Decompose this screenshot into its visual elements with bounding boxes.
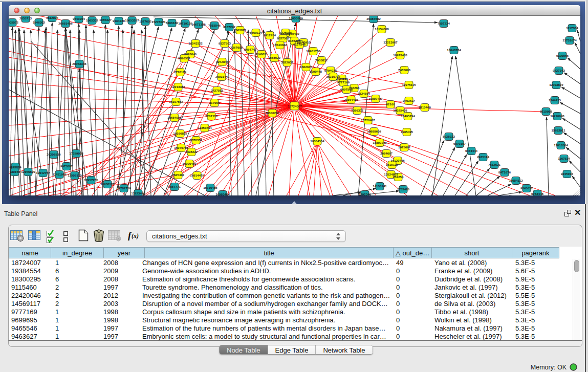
- svg-text:9115460: 9115460: [419, 105, 431, 109]
- svg-text:2935114: 2935114: [477, 155, 489, 159]
- svg-text:10719155: 10719155: [178, 21, 192, 25]
- svg-text:7955812: 7955812: [315, 58, 328, 62]
- svg-text:1065327: 1065327: [99, 18, 112, 21]
- svg-text:3498222: 3498222: [185, 150, 198, 154]
- svg-text:2055713: 2055713: [19, 16, 32, 20]
- svg-text:9227343: 9227343: [553, 69, 565, 72]
- svg-text:9975887: 9975887: [60, 164, 73, 168]
- svg-text:8990448: 8990448: [310, 70, 322, 73]
- svg-text:317006: 317006: [209, 101, 220, 104]
- svg-text:11451944: 11451944: [52, 172, 67, 176]
- svg-text:2367608: 2367608: [230, 46, 243, 49]
- svg-text:1405572: 1405572: [9, 20, 19, 24]
- svg-text:18724007: 18724007: [288, 104, 302, 108]
- svg-text:20387682: 20387682: [366, 17, 381, 20]
- svg-text:9474444: 9474444: [465, 149, 478, 152]
- svg-text:3084007: 3084007: [380, 151, 393, 155]
- svg-text:12353594: 12353594: [198, 126, 212, 129]
- svg-text:9643904: 9643904: [73, 17, 85, 20]
- svg-text:1362615: 1362615: [300, 65, 313, 69]
- svg-text:8454749: 8454749: [244, 48, 257, 51]
- svg-text:16120746: 16120746: [390, 159, 405, 162]
- svg-text:1975692: 1975692: [398, 145, 411, 149]
- svg-text:12093872: 12093872: [549, 83, 563, 86]
- svg-text:16495794: 16495794: [401, 114, 415, 118]
- svg-text:17018504: 17018504: [554, 143, 568, 147]
- svg-text:6879197: 6879197: [453, 142, 466, 145]
- svg-text:14136141: 14136141: [373, 184, 387, 188]
- svg-text:9857771: 9857771: [168, 185, 181, 188]
- svg-text:10807487: 10807487: [368, 97, 383, 100]
- svg-text:16961758: 16961758: [306, 49, 320, 53]
- svg-text:7625402: 7625402: [172, 173, 185, 177]
- svg-text:15278021: 15278021: [151, 20, 166, 24]
- svg-text:16210643: 16210643: [550, 114, 564, 118]
- svg-text:62160: 62160: [386, 102, 395, 106]
- svg-text:16543322: 16543322: [188, 41, 203, 45]
- svg-text:8938923: 8938923: [443, 135, 455, 138]
- svg-text:9794028: 9794028: [324, 69, 337, 72]
- svg-text:15716485: 15716485: [203, 186, 217, 189]
- svg-text:8186323: 8186323: [288, 39, 301, 42]
- svg-text:17957255: 17957255: [84, 178, 98, 182]
- svg-text:1167534: 1167534: [558, 157, 570, 160]
- svg-text:18300295: 18300295: [265, 111, 279, 115]
- svg-text:7485003: 7485003: [398, 68, 411, 72]
- svg-text:7386372: 7386372: [351, 108, 364, 112]
- svg-text:1535061: 1535061: [9, 165, 22, 168]
- svg-text:17359928: 17359928: [69, 151, 83, 155]
- svg-text:9134220: 9134220: [113, 19, 125, 23]
- svg-text:1065332: 1065332: [86, 18, 99, 22]
- svg-text:939159: 939159: [10, 170, 20, 173]
- svg-text:16543362: 16543362: [273, 43, 287, 47]
- svg-text:9329966: 9329966: [556, 54, 569, 57]
- svg-text:16053809: 16053809: [289, 16, 303, 20]
- svg-text:15751074: 15751074: [562, 38, 577, 42]
- svg-text:8878352: 8878352: [190, 138, 203, 142]
- svg-text:12975115: 12975115: [402, 83, 416, 86]
- svg-text:9733448: 9733448: [531, 192, 544, 195]
- svg-text:1615132: 1615132: [386, 163, 399, 166]
- svg-text:3267110: 3267110: [205, 114, 217, 118]
- svg-text:16648784: 16648784: [447, 48, 461, 52]
- svg-text:12923446: 12923446: [131, 191, 145, 195]
- svg-text:16671355: 16671355: [191, 23, 206, 26]
- svg-text:19654955: 19654955: [167, 116, 182, 119]
- svg-text:10958187: 10958187: [100, 182, 115, 186]
- svg-text:16154808: 16154808: [375, 27, 389, 31]
- svg-text:9127503: 9127503: [219, 41, 231, 45]
- svg-text:9827503: 9827503: [277, 36, 290, 40]
- svg-text:10025438: 10025438: [393, 108, 407, 112]
- svg-text:9463627: 9463627: [403, 99, 416, 102]
- svg-text:1292346: 1292346: [359, 192, 372, 195]
- svg-text:2603144: 2603144: [215, 75, 228, 78]
- svg-text:8912954: 8912954: [264, 33, 276, 37]
- svg-text:8466160: 8466160: [166, 21, 179, 25]
- svg-text:14099489: 14099489: [182, 162, 197, 165]
- svg-text:1733426: 1733426: [397, 187, 410, 191]
- svg-text:7632621: 7632621: [488, 163, 501, 166]
- svg-text:6497568: 6497568: [340, 87, 353, 91]
- svg-text:2420046: 2420046: [184, 52, 197, 56]
- svg-text:20206535: 20206535: [47, 152, 61, 156]
- svg-text:1244415: 1244415: [549, 98, 561, 102]
- svg-text:9245652: 9245652: [520, 186, 533, 190]
- svg-text:12156829: 12156829: [21, 170, 35, 173]
- svg-text:9146821: 9146821: [255, 52, 268, 56]
- svg-text:12213967: 12213967: [383, 40, 398, 44]
- svg-text:3824554: 3824554: [358, 92, 371, 95]
- svg-text:10688609: 10688609: [367, 129, 381, 133]
- svg-text:1527602: 1527602: [139, 19, 152, 23]
- svg-text:16914479: 16914479: [190, 173, 204, 177]
- svg-text:18807249: 18807249: [373, 141, 387, 144]
- svg-text:1965495: 1965495: [401, 130, 413, 134]
- svg-text:1588520: 1588520: [268, 56, 281, 59]
- svg-text:9245072: 9245072: [561, 172, 574, 176]
- svg-text:15692911: 15692911: [551, 128, 565, 132]
- svg-text:20053346: 20053346: [72, 62, 86, 65]
- svg-text:12505135: 12505135: [68, 173, 82, 177]
- svg-text:2718179: 2718179: [174, 70, 187, 74]
- svg-text:7515546: 7515546: [208, 24, 221, 27]
- svg-text:8471676: 8471676: [498, 170, 511, 174]
- svg-text:2451130: 2451130: [336, 77, 348, 80]
